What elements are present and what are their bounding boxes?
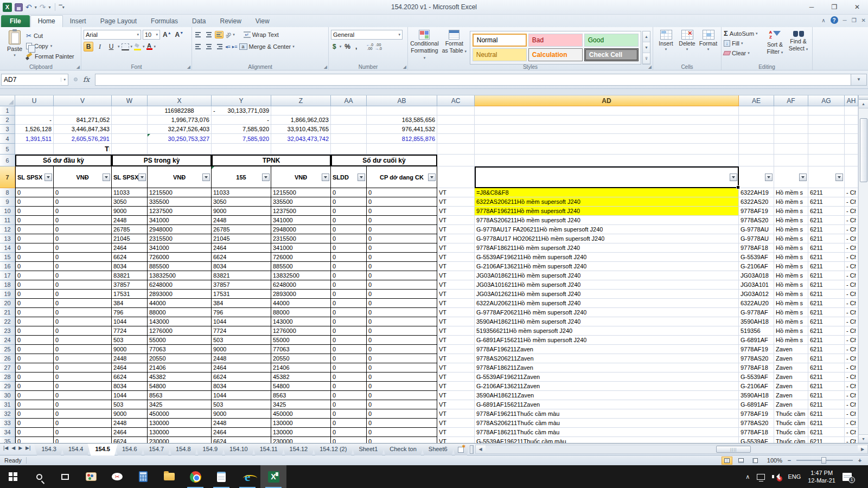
cell-Y11[interactable]: 2448 xyxy=(212,216,271,225)
sheet-tab-154.6[interactable]: 154.6 xyxy=(114,444,145,455)
cell-AA5[interactable] xyxy=(331,144,367,155)
merge-center-dropdown-icon[interactable]: ▾ xyxy=(292,44,295,49)
cell-X31[interactable]: 3425 xyxy=(148,400,212,409)
cell-AH3[interactable] xyxy=(845,125,858,134)
cell-AF5[interactable] xyxy=(774,144,808,155)
zoom-level[interactable]: 100% xyxy=(764,457,782,464)
cell-AA11[interactable]: 0 xyxy=(331,216,367,225)
cell-X7[interactable]: VNĐ xyxy=(148,166,212,188)
cell-X18[interactable]: 6248000 xyxy=(148,280,212,290)
merge-center-button[interactable]: Merge & Center xyxy=(249,43,291,50)
cell-X35[interactable]: 230000 xyxy=(148,437,212,443)
font-size-combo[interactable]: 10▾ xyxy=(143,30,160,40)
cell-AH24[interactable]: - Ch xyxy=(845,336,858,345)
tab-scroll-splitter[interactable] xyxy=(470,445,474,454)
column-header-Y[interactable]: Y xyxy=(212,95,271,106)
row-header-28[interactable]: 28 xyxy=(0,373,15,382)
align-left-icon[interactable] xyxy=(194,43,203,50)
cell-Z3[interactable]: 33,910,435,765 xyxy=(271,125,331,134)
cell-AG18[interactable]: 6211 xyxy=(808,280,845,290)
cell-AA15[interactable]: 0 xyxy=(331,253,367,262)
cell-U18[interactable]: 0 xyxy=(15,280,54,290)
page-layout-view-button[interactable] xyxy=(736,457,746,465)
chrome-button[interactable] xyxy=(182,465,208,488)
cell-AA28[interactable]: 0 xyxy=(331,373,367,382)
row-header-35[interactable]: 35 xyxy=(0,437,15,443)
cell-AC24[interactable]: VT xyxy=(437,336,475,345)
cell-X24[interactable]: 55000 xyxy=(148,336,212,345)
grow-font-button[interactable]: A▲ xyxy=(162,31,173,38)
cell-U10[interactable]: 0 xyxy=(15,207,54,216)
cell-AH21[interactable]: - Ch xyxy=(845,308,858,317)
cell-AF30[interactable]: Zaven xyxy=(774,391,808,400)
file-explorer-button[interactable] xyxy=(156,465,182,488)
row-header-21[interactable]: 21 xyxy=(0,308,15,317)
fill-color-icon[interactable] xyxy=(134,43,141,50)
cell-AG30[interactable]: 6211 xyxy=(808,391,845,400)
cell-Y14[interactable]: 2464 xyxy=(212,243,271,253)
cell-AA3[interactable] xyxy=(331,125,367,134)
cell-Z31[interactable]: 3425 xyxy=(271,400,331,409)
search-button[interactable] xyxy=(26,465,52,488)
cell-Y9[interactable]: 3050 xyxy=(212,197,271,207)
cell-U6[interactable]: Số dư đầu kỳ xyxy=(15,155,112,166)
cell-AA35[interactable]: 0 xyxy=(331,437,367,443)
cell-AE22[interactable]: 3590AH18 xyxy=(739,317,774,326)
cell-W7[interactable]: SL SPSX xyxy=(112,166,148,188)
cell-Y12[interactable]: 26785 xyxy=(212,225,271,234)
cell-AH33[interactable]: - Ch xyxy=(845,419,858,428)
cell-U26[interactable]: 0 xyxy=(15,354,54,363)
cell-V11[interactable]: 0 xyxy=(54,216,112,225)
cell-Z26[interactable]: 20550 xyxy=(271,354,331,363)
clock[interactable]: 1:47 PM 12-Mar-21 xyxy=(808,469,835,484)
cell-AE26[interactable]: 9778AS20 xyxy=(739,354,774,363)
font-color-dropdown-icon[interactable]: ▾ xyxy=(154,44,156,49)
cell-Y18[interactable]: 37857 xyxy=(212,280,271,290)
cell-AA7[interactable]: SLDD xyxy=(331,166,367,188)
cell-AA9[interactable]: 0 xyxy=(331,197,367,207)
style-calculation[interactable]: Calculation xyxy=(528,48,583,61)
zoom-out-button[interactable]: − xyxy=(786,457,793,464)
cell-AD13[interactable]: G-9778AU17 HO206211Hồ mềm supersoft J240 xyxy=(475,234,739,243)
cell-W32[interactable]: 9000 xyxy=(112,409,148,419)
speaker-muted-icon[interactable]: ✕ xyxy=(772,473,781,480)
scroll-down-icon[interactable]: ▼ xyxy=(859,434,868,443)
cell-X15[interactable]: 726000 xyxy=(148,253,212,262)
cut-button[interactable]: ✂Cut xyxy=(26,31,74,40)
cell-Y6[interactable]: TPNK xyxy=(212,155,331,166)
align-center-icon[interactable] xyxy=(205,43,213,50)
cell-AF13[interactable]: Hồ mềm s xyxy=(774,234,808,243)
row-header-12[interactable]: 12 xyxy=(0,225,15,234)
cell-AC26[interactable]: VT xyxy=(437,354,475,363)
cell-AE31[interactable]: G-6891AF xyxy=(739,400,774,409)
page-break-view-button[interactable] xyxy=(750,457,761,465)
cell-Z1[interactable] xyxy=(271,106,331,115)
cell-AF33[interactable]: Thuốc cầm xyxy=(774,419,808,428)
row-header-7[interactable]: 7 xyxy=(0,166,15,188)
font-dialog-launcher-icon[interactable]: ◢ xyxy=(187,65,190,69)
cell-X1[interactable]: 116982288 xyxy=(148,106,212,115)
cell-AB1[interactable] xyxy=(367,106,437,115)
cell-W30[interactable]: 1044 xyxy=(112,391,148,400)
cell-AB29[interactable]: 0 xyxy=(367,382,437,391)
cell-AE14[interactable]: 9778AF18 xyxy=(739,243,774,253)
cell-V9[interactable]: 0 xyxy=(54,197,112,207)
cell-Z22[interactable]: 143000 xyxy=(271,317,331,326)
cell-W2[interactable] xyxy=(112,115,148,125)
decrease-decimal-button[interactable]: .00→.0 xyxy=(375,43,382,50)
cell-AG5[interactable] xyxy=(808,144,845,155)
cell-X25[interactable]: 77063 xyxy=(148,345,212,354)
row-header-18[interactable]: 18 xyxy=(0,280,15,290)
cell-Y31[interactable]: 503 xyxy=(212,400,271,409)
cell-Z8[interactable]: 1215500 xyxy=(271,188,331,197)
cell-AB31[interactable]: 0 xyxy=(367,400,437,409)
cell-AE6[interactable] xyxy=(739,155,774,166)
cell-AH29[interactable]: - Ch xyxy=(845,382,858,391)
align-top-icon[interactable] xyxy=(194,31,203,38)
cell-AB33[interactable]: 0 xyxy=(367,419,437,428)
cell-AD32[interactable]: 9778AF196211Thuốc cầm màu xyxy=(475,409,739,419)
cell-AB30[interactable]: 0 xyxy=(367,391,437,400)
cell-AF23[interactable]: Hồ mềm s xyxy=(774,326,808,336)
cell-U34[interactable]: 0 xyxy=(15,428,54,437)
cell-AC20[interactable]: VT xyxy=(437,299,475,308)
